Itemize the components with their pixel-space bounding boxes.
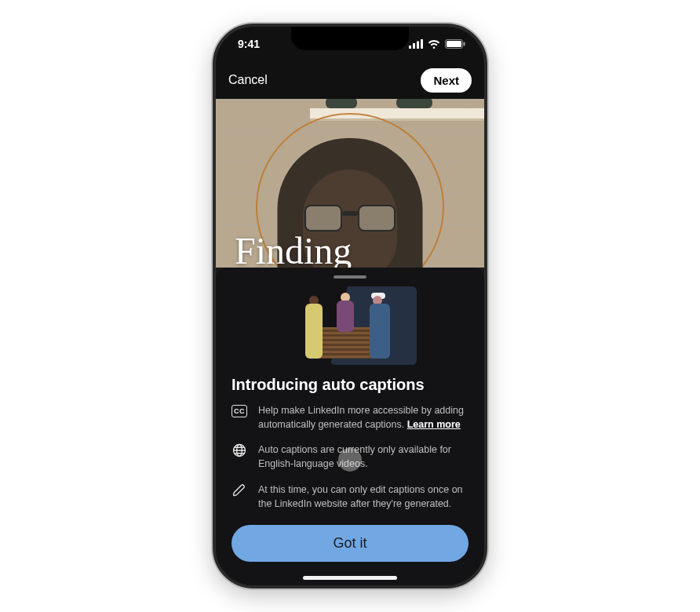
svg-rect-1 — [413, 43, 415, 49]
svg-rect-5 — [447, 41, 461, 47]
svg-rect-6 — [464, 42, 465, 46]
got-it-button[interactable]: Got it — [232, 525, 468, 562]
svg-rect-0 — [409, 46, 411, 49]
feature-row: At this time, you can only edit captions… — [232, 483, 468, 511]
video-overlay-title: Finding — [235, 229, 352, 268]
wifi-icon — [428, 39, 440, 49]
globe-icon — [232, 443, 247, 458]
feature-text: Auto captions are currently only availab… — [258, 443, 468, 471]
feature-text: At this time, you can only edit captions… — [258, 483, 468, 511]
status-indicators — [409, 39, 465, 49]
sheet-grabber[interactable] — [334, 275, 366, 279]
cellular-icon — [409, 39, 423, 49]
home-indicator[interactable] — [303, 576, 397, 580]
cancel-button[interactable]: Cancel — [228, 73, 268, 87]
sheet-title: Introducing auto captions — [232, 376, 468, 394]
video-preview[interactable]: Finding — [216, 99, 484, 268]
battery-icon — [445, 39, 465, 49]
background-jar — [396, 99, 432, 108]
feature-row: CC Help make LinkedIn more accessible by… — [232, 403, 468, 432]
feature-text: Help make LinkedIn more accessible by ad… — [258, 403, 468, 432]
nav-bar: Cancel Next — [216, 61, 484, 99]
svg-rect-2 — [417, 42, 419, 49]
next-button[interactable]: Next — [421, 68, 472, 93]
svg-rect-3 — [421, 39, 423, 49]
pencil-icon — [232, 483, 247, 498]
learn-more-link[interactable]: Learn more — [407, 419, 461, 430]
feature-row: Auto captions are currently only availab… — [232, 443, 468, 471]
feature-list: CC Help make LinkedIn more accessible by… — [232, 403, 468, 511]
screen-content: Finding Introducing auto captions CC Hel — [216, 99, 484, 585]
sheet-illustration — [291, 286, 409, 365]
cc-icon: CC — [232, 403, 247, 419]
phone-frame: 9:41 Cancel Next — [213, 24, 487, 588]
status-time: 9:41 — [238, 38, 260, 50]
info-sheet: Introducing auto captions CC Help make L… — [216, 268, 484, 585]
device-notch — [291, 27, 409, 50]
background-jar — [326, 99, 357, 108]
